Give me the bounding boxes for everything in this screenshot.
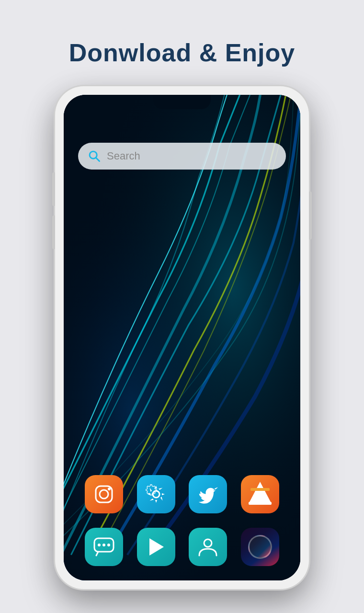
settings-icon xyxy=(146,484,167,505)
svg-point-8 xyxy=(153,491,159,498)
main-dock xyxy=(64,475,300,513)
instagram-icon xyxy=(92,482,116,506)
playstore-app-icon[interactable] xyxy=(137,528,175,566)
twitter-app-icon[interactable] xyxy=(189,475,227,513)
svg-point-15 xyxy=(107,544,110,546)
contacts-icon xyxy=(197,536,218,557)
svg-point-7 xyxy=(108,488,111,490)
messages-icon xyxy=(92,535,115,558)
twitter-icon xyxy=(197,484,218,505)
notch xyxy=(153,95,211,109)
vlc-app-icon[interactable] xyxy=(241,475,279,513)
svg-line-4 xyxy=(96,158,100,161)
camera-app-icon[interactable] xyxy=(241,528,279,566)
contacts-app-icon[interactable] xyxy=(189,528,227,566)
search-bar[interactable]: Search xyxy=(78,143,286,170)
svg-marker-16 xyxy=(149,538,164,556)
svg-point-13 xyxy=(98,544,101,546)
vlc-icon xyxy=(247,480,273,509)
phone-mockup: Search xyxy=(55,86,309,589)
search-icon xyxy=(88,149,101,163)
svg-point-17 xyxy=(204,539,212,547)
svg-rect-11 xyxy=(249,502,272,505)
camera-icon xyxy=(248,535,272,559)
settings-app-icon[interactable] xyxy=(137,475,175,513)
phone-frame: Search xyxy=(55,86,309,589)
instagram-app-icon[interactable] xyxy=(85,475,123,513)
svg-point-14 xyxy=(102,544,105,546)
phone-screen: Search xyxy=(64,95,300,580)
svg-point-6 xyxy=(100,490,108,499)
playstore-icon xyxy=(146,536,167,557)
search-placeholder: Search xyxy=(107,150,140,162)
svg-marker-9 xyxy=(250,482,271,502)
svg-rect-10 xyxy=(250,488,270,491)
page-title: Donwload & Enjoy xyxy=(69,38,295,67)
messages-app-icon[interactable] xyxy=(85,528,123,566)
bottom-dock xyxy=(64,528,300,566)
